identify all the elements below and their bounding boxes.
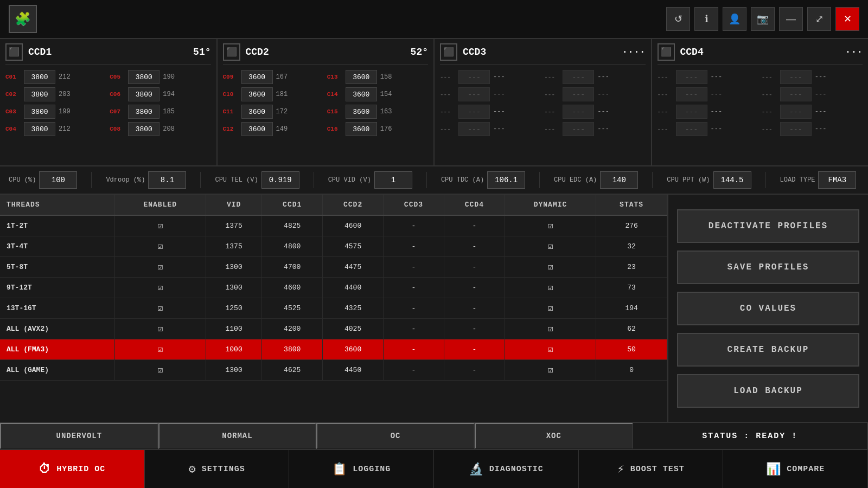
screenshot-button[interactable]: 📷 [751, 7, 775, 31]
metric-input-2[interactable] [261, 171, 299, 189]
table-cell-7-3: 4625 [262, 359, 323, 380]
nav-item-settings[interactable]: ⚙ SETTINGS [145, 450, 290, 488]
main-content: ⬛ CCD1 51° C01 212 C02 203 C03 199 C04 2… [0, 39, 868, 450]
core-input[interactable] [128, 122, 159, 136]
table-row[interactable]: 9T-12T☑130046004400--☑73 [0, 277, 667, 298]
nav-label-settings: SETTINGS [202, 465, 245, 474]
table-row[interactable]: ALL (FMA3)☑100038003600--☑50 [0, 339, 667, 359]
core-input[interactable] [128, 70, 159, 84]
restore-button[interactable]: ⤢ [807, 7, 831, 31]
core-label: C13 [327, 74, 342, 80]
core-input[interactable] [128, 105, 159, 119]
metric-label-7: LOAD TYPE [780, 176, 815, 184]
metric-input-5[interactable] [600, 171, 638, 189]
table-cell-3-7[interactable]: ☑ [505, 277, 596, 298]
info-button[interactable]: ℹ [694, 7, 718, 31]
metric-input-6[interactable] [713, 171, 751, 189]
nav-item-logging[interactable]: 📋 LOGGING [289, 450, 434, 488]
core-watt: --- [597, 108, 612, 115]
minimize-button[interactable]: — [779, 7, 803, 31]
table-cell-3-1[interactable]: ☑ [114, 277, 206, 298]
core-input[interactable] [346, 122, 377, 136]
table-cell-5-1[interactable]: ☑ [114, 318, 206, 339]
core-row-ccd2-0: C09 167 [223, 70, 324, 84]
table-cell-2-4: 4475 [323, 256, 384, 277]
metric-separator [765, 172, 766, 188]
table-cell-0-2: 1375 [206, 215, 261, 236]
table-row[interactable]: ALL (GAME)☑130046254450--☑0 [0, 359, 667, 380]
status-btn-normal[interactable]: NORMAL [158, 423, 317, 449]
table-cell-6-1[interactable]: ☑ [114, 339, 206, 359]
metric-input-3[interactable] [374, 171, 412, 189]
ccd-title-ccd4: CCD4 [680, 47, 845, 57]
core-input [780, 70, 812, 84]
core-input[interactable] [24, 87, 55, 101]
core-input[interactable] [24, 70, 55, 84]
nav-item-boost-test[interactable]: ⚡ BOOST TEST [579, 450, 724, 488]
table-cell-2-7[interactable]: ☑ [505, 256, 596, 277]
metric-input-1[interactable] [148, 171, 186, 189]
table-cell-4-7[interactable]: ☑ [505, 298, 596, 318]
core-input[interactable] [346, 70, 377, 84]
core-input[interactable] [346, 87, 377, 101]
user-button[interactable]: 👤 [723, 7, 746, 31]
table-cell-1-0: 3T-4T [0, 236, 114, 256]
table-cell-1-1[interactable]: ☑ [114, 236, 206, 256]
core-label: C03 [5, 108, 21, 115]
table-row[interactable]: 13T-16T☑125045254325--☑194 [0, 298, 667, 318]
metric-input-0[interactable] [39, 171, 77, 189]
metric-input-7[interactable] [818, 171, 856, 189]
table-cell-4-8: 194 [596, 298, 667, 318]
table-row[interactable]: ALL (AVX2)☑110042004025--☑62 [0, 318, 667, 339]
status-btn-undervolt[interactable]: UNDERVOLT [0, 423, 158, 449]
table-row[interactable]: 3T-4T☑137548004575--☑32 [0, 236, 667, 256]
core-input[interactable] [24, 122, 55, 136]
table-cell-7-7[interactable]: ☑ [505, 359, 596, 380]
load-button[interactable]: LOAD BACKUP [677, 374, 859, 408]
table-cell-0-7[interactable]: ☑ [505, 215, 596, 236]
nav-item-diagnostic[interactable]: 🔬 DIAGNOSTIC [434, 450, 579, 488]
core-row-ccd3-3: --- --- [440, 122, 541, 136]
core-input[interactable] [241, 122, 273, 136]
table-row[interactable]: 1T-2T☑137548254600--☑276 [0, 215, 667, 236]
metric-group-3: CPU VID (V) [328, 171, 412, 189]
co-button[interactable]: CO VALUES [677, 292, 859, 325]
metric-label-3: CPU VID (V) [328, 176, 371, 184]
refresh-button[interactable]: ↺ [666, 7, 690, 31]
table-row[interactable]: 5T-8T☑130047004475--☑23 [0, 256, 667, 277]
table-cell-7-4: 4450 [323, 359, 384, 380]
table-cell-6-0: ALL (FMA3) [0, 339, 114, 359]
core-input[interactable] [241, 70, 273, 84]
core-row-ccd1-1: C02 203 [5, 87, 106, 101]
status-btn-xoc[interactable]: XOC [475, 423, 633, 449]
nav-item-compare[interactable]: 📊 COMPARE [723, 450, 868, 488]
metric-group-5: CPU EDC (A) [554, 171, 638, 189]
table-cell-6-7[interactable]: ☑ [505, 339, 596, 359]
metric-input-4[interactable] [487, 171, 525, 189]
table-cell-2-1[interactable]: ☑ [114, 256, 206, 277]
core-input[interactable] [128, 87, 159, 101]
core-input [676, 87, 707, 101]
core-row-ccd4-5: --- --- [762, 87, 863, 101]
core-watt: 199 [59, 108, 74, 115]
core-input[interactable] [241, 87, 273, 101]
status-btn-oc[interactable]: OC [316, 423, 475, 449]
table-cell-7-1[interactable]: ☑ [114, 359, 206, 380]
core-input[interactable] [24, 105, 55, 119]
backup-button[interactable]: CREATE BACKUP [677, 333, 859, 367]
nav-item-hybrid-oc[interactable]: ⏱ HYBRID OC [0, 450, 145, 488]
core-watt: 190 [163, 73, 178, 81]
close-button[interactable]: ✕ [835, 7, 859, 31]
ccd-panel-ccd1: ⬛ CCD1 51° C01 212 C02 203 C03 199 C04 2… [0, 39, 218, 165]
table-cell-1-7[interactable]: ☑ [505, 236, 596, 256]
core-input[interactable] [346, 105, 377, 119]
table-cell-7-8: 0 [596, 359, 667, 380]
table-cell-0-1[interactable]: ☑ [114, 215, 206, 236]
metric-separator [652, 172, 653, 188]
nav-icon-logging: 📋 [332, 462, 347, 477]
deactivate-button[interactable]: DEACTIVATE PROFILES [677, 209, 859, 243]
save-button[interactable]: SAVE PROFILES [677, 251, 859, 284]
core-input[interactable] [241, 105, 273, 119]
table-cell-5-7[interactable]: ☑ [505, 318, 596, 339]
table-cell-4-1[interactable]: ☑ [114, 298, 206, 318]
